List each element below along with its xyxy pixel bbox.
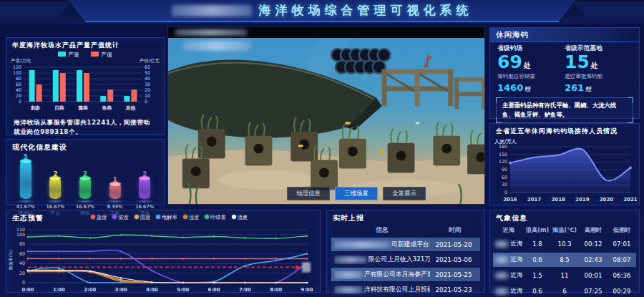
svg-text:40: 40 [16, 87, 21, 92]
weather-row[interactable]: 近海 1.511 00:0106:36 [493, 268, 636, 283]
svg-text:7:00: 7:00 [239, 287, 251, 293]
svg-text:120: 120 [13, 64, 21, 69]
weather-table-header: 近海浪高(m)海温(℃)高潮时低潮时 [490, 224, 639, 235]
svg-text:50: 50 [145, 70, 150, 75]
censored-watermark [175, 29, 247, 36]
svg-text:0:00: 0:00 [22, 287, 34, 293]
eco-legend-item[interactable]: 温度 [135, 214, 150, 221]
report-row[interactable]: 产有限公司本月海参产量1038斤 2021-05-25 [331, 268, 480, 281]
svg-text:0: 0 [19, 99, 21, 104]
svg-text:2018: 2018 [551, 197, 565, 203]
weather-panel-title: 气象信息 [490, 210, 639, 224]
header-decor-right [572, 1, 644, 19]
viewport-tab-全景展示[interactable]: 全景展示 [383, 187, 426, 200]
legend-item[interactable]: 产值 [91, 51, 112, 59]
svg-text:2017: 2017 [527, 197, 542, 203]
svg-text:3:00: 3:00 [115, 287, 127, 293]
svg-text:2019: 2019 [575, 197, 590, 203]
stat-provincial-grounds: 省级钓场 69处 [497, 44, 565, 72]
report-row[interactable]: 限公司上月收入321万元 2021-05-06 [331, 253, 480, 266]
panel-weather: 气象信息 近海浪高(m)海温(℃)高潮时低潮时 近海 1.810.3 00:12… [489, 210, 640, 293]
svg-text:9:00: 9:00 [301, 287, 313, 293]
eco-legend-item[interactable]: 叶绿素 [205, 214, 226, 221]
visitors-chart-title: 全省近五年休闲海钓钓场接待人员情况 [490, 124, 639, 137]
panel-realtime-report: 实时上报 信息 时间 司新建成平台1处 2021-05-20 限公司上月收入32… [326, 210, 485, 293]
svg-text:90: 90 [502, 167, 507, 172]
weather-row[interactable]: 近海 0.66 07:2500:29 [493, 284, 636, 297]
svg-text:60: 60 [19, 251, 25, 256]
weather-col-2: 海温(℃) [550, 226, 579, 234]
substat-boat-capacity: 海钓船总容纳量 1460艘 [497, 73, 565, 94]
weather-col-1: 浪高(m) [525, 226, 550, 234]
substat-approved-boats: 通过审批海钓船 261艘 [565, 73, 632, 94]
underwater-3d-scene[interactable] [168, 38, 484, 204]
svg-text:藻类: 藻类 [77, 105, 88, 111]
report-col-time: 时间 [431, 226, 479, 235]
svg-text:2020: 2020 [600, 197, 614, 203]
page-title: 海洋牧场综合管理可视化系统 [259, 2, 473, 19]
cylinder-观测站: 5 41.67% 观测站 [11, 153, 41, 217]
visitors-area-chart: 人次/万人03060901201501802016201720182019202… [490, 137, 639, 214]
panel-production-stats: 年度海洋牧场水产品产量产值统计 产量产值 产量/万吨 产值/亿元 0204060… [6, 37, 165, 135]
report-row[interactable]: 洋科技有限公司上月投礁3215空… 2021-05-23 [331, 283, 480, 296]
svg-text:其他: 其他 [126, 105, 136, 111]
eco-legend-item[interactable]: 浊度 [183, 214, 199, 221]
viewport-tab-地理信息[interactable]: 地理信息 [287, 187, 330, 200]
svg-text:80: 80 [19, 241, 25, 246]
svg-text:鱼类: 鱼类 [101, 105, 112, 111]
eco-legend-item[interactable]: 电解率 [156, 214, 177, 221]
censored-overlay-label [182, 41, 251, 51]
report-panel-title: 实时上报 [327, 210, 484, 224]
production-bar-chart: 0204060801001200102030405060刺参贝类藻类鱼类其他 [6, 64, 164, 117]
fishing-species-note: 主要垂钓品种有许氏平鲉、黑鲷、大泷六线鱼、褐鱼牙鲆、鲈鱼等。 [496, 97, 633, 123]
svg-text:40: 40 [19, 261, 25, 266]
weather-col-0: 近海 [493, 226, 525, 234]
svg-text:0: 0 [22, 280, 25, 285]
stat-demo-bases: 省级示范基地 15处 [565, 44, 632, 72]
weather-row[interactable]: 近海 1.810.3 00:1207:01 [493, 237, 636, 251]
fishing-substats: 海钓船总容纳量 1460艘 通过审批海钓船 261艘 [490, 72, 639, 94]
svg-text:150: 150 [499, 152, 507, 157]
svg-text:2021: 2021 [623, 197, 638, 203]
panel-info-construction: 现代化信息建设 5 41.67% 观测站 2 16.67% 平台 2 16.67… [6, 139, 165, 205]
svg-text:数值率(%): 数值率(%) [8, 250, 13, 270]
eco-legend-item[interactable]: 流速 [232, 214, 248, 221]
legend-item[interactable]: 产量 [58, 51, 79, 59]
svg-text:0: 0 [145, 99, 147, 104]
weather-col-3: 高潮时 [579, 226, 608, 234]
eco-legend-item[interactable]: 盐度 [91, 214, 107, 221]
svg-text:80: 80 [16, 76, 21, 81]
svg-text:10: 10 [145, 93, 150, 98]
info-panel-title: 现代化信息建设 [6, 140, 164, 153]
svg-text:100: 100 [16, 232, 25, 237]
svg-text:100: 100 [13, 70, 21, 75]
svg-text:贝类: 贝类 [54, 105, 64, 111]
eco-legend: 盐度浓度温度电解率浊度叶绿素流速 [91, 214, 248, 221]
svg-text:6:00: 6:00 [208, 287, 220, 293]
weather-row[interactable]: 近海 0.68.5 02:4308:07 [493, 253, 636, 267]
panel-visitors-chart: 全省近五年休闲海钓钓场接待人员情况 人次/万人03060901201501802… [489, 123, 640, 205]
svg-text:2:00: 2:00 [84, 287, 96, 293]
production-axis-units: 产量/万吨 产值/亿元 [6, 58, 164, 64]
panel-leisure-fishing: 休闲海钓 省级钓场 69处 省级示范基地 15处 海钓船总容纳量 1460艘 通… [489, 27, 640, 119]
viewport-tab-三维场景[interactable]: 三维场景 [335, 187, 378, 200]
visitors-chart-svg: 人次/万人03060901201501802016201720182019202… [490, 137, 638, 211]
stat-value: 69 [497, 52, 522, 72]
bar-chart-svg: 0204060801001200102030405060刺参贝类藻类鱼类其他 [6, 64, 160, 115]
eco-chart-svg: 数值率(%)0204060801001100:001:002:003:004:0… [6, 224, 318, 296]
production-panel-title: 年度海洋牧场水产品产量产值统计 [6, 38, 164, 51]
scene-svg [168, 38, 484, 204]
svg-text:0: 0 [504, 190, 507, 195]
fishing-panel-header: 休闲海钓 [490, 28, 639, 42]
eco-legend-item[interactable]: 浓度 [112, 214, 128, 221]
right-axis-unit: 产值/亿元 [140, 58, 160, 64]
report-table-header: 信息 时间 [327, 224, 484, 236]
svg-text:60: 60 [16, 82, 21, 87]
viewport-mode-tabs: 地理信息三维场景全景展示 [287, 187, 426, 200]
weather-col-4: 低潮时 [608, 226, 636, 234]
svg-text:2016: 2016 [503, 197, 517, 203]
svg-text:1:00: 1:00 [53, 287, 65, 293]
svg-text:30: 30 [145, 82, 150, 87]
report-row[interactable]: 司新建成平台1处 2021-05-20 [331, 238, 480, 251]
svg-text:8:00: 8:00 [270, 287, 282, 293]
